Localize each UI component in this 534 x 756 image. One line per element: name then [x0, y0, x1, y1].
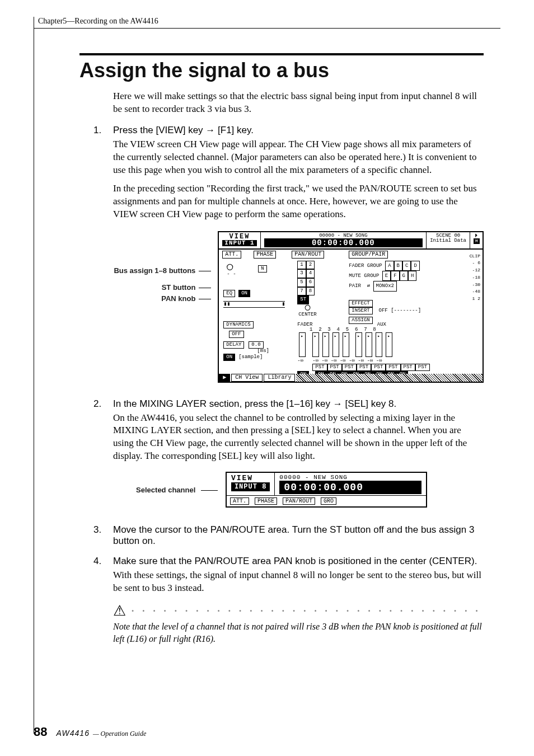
lcd2-view: VIEW	[231, 474, 270, 482]
step-title-a: In the MIXING LAYER section, press the […	[113, 398, 333, 409]
mtc-icon: ⏵	[474, 233, 479, 238]
figure-ch-view: Bus assign 1–8 buttons ST button PAN kno…	[79, 231, 484, 383]
lcd2-phase: PHASE	[255, 497, 277, 505]
callout-selected-channel: Selected channel	[136, 486, 195, 494]
att-box: ATT.	[222, 251, 241, 259]
lcd2-song: 00000 - NEW SONG	[279, 474, 421, 481]
delay-on: ON	[223, 354, 235, 361]
lcd2-gro: GRO	[321, 497, 336, 505]
step-para: In the preceding section "Recording the …	[113, 182, 484, 221]
step-title-b: [F1] key.	[218, 125, 254, 135]
step-para: On the AW4416, you select the channel to…	[113, 412, 484, 463]
arrow-icon: →	[205, 125, 218, 135]
step-number: 2.	[93, 398, 113, 410]
step-3: 3. Move the cursor to the PAN/ROUTE area…	[93, 524, 484, 547]
eq-on: ON	[238, 290, 250, 297]
callout-st-button: ST button	[79, 283, 211, 293]
att-knob-icon: ◯	[227, 261, 233, 273]
chapter-label: Chapter5—Recording on the AW4416	[38, 17, 500, 27]
panrout-box: PAN/ROUT	[292, 251, 324, 259]
effect-box: EFFECT	[349, 300, 372, 307]
delay-val: 0.0	[249, 341, 263, 349]
model-label: AW4416	[56, 729, 89, 738]
left-rule	[34, 17, 34, 734]
step-2: 2. In the MIXING LAYER section, press th…	[93, 398, 484, 463]
lcd2-input: INPUT 8	[231, 482, 270, 491]
note-text: Note that the level of a channel that is…	[113, 621, 484, 645]
fader-group-label: FADER GROUP	[349, 263, 382, 269]
dyn-off: OFF	[229, 331, 243, 338]
page-footer: 88 AW4416 — Operation Guide	[34, 725, 146, 739]
step-title-a: Press the [VIEW] key	[113, 125, 205, 135]
page-number: 88	[34, 725, 47, 739]
play-icon: ▶	[219, 374, 230, 382]
callout-pan-knob: PAN knob	[79, 294, 211, 304]
tab-ch-view: CH View	[231, 374, 263, 382]
insert-box: INSERT	[349, 307, 372, 314]
step-number: 3.	[93, 524, 113, 536]
tab-library: Library	[264, 374, 295, 382]
eq-box: EQ	[223, 290, 235, 297]
step-number: 1.	[93, 125, 113, 136]
warning-note: ⚠ • • • • • • • • • • • • • • • • • • • …	[113, 604, 484, 645]
m-icon: M	[474, 238, 480, 244]
lcd2-att: ATT.	[230, 497, 249, 505]
delay-ms: [ms]	[257, 349, 269, 354]
meter-scale: CLIP - 6 -12 -18 -30 -48 1 2	[470, 253, 480, 303]
intro-paragraph: Here we will make settings so that the e…	[113, 90, 484, 116]
step-1: 1. Press the [VIEW] key → [F1] key. The …	[93, 125, 484, 221]
step-title: Move the cursor to the PAN/ROUTE area. T…	[113, 524, 484, 547]
dot-leader: • • • • • • • • • • • • • • • • • • • • …	[132, 607, 484, 616]
title-rule	[79, 53, 484, 55]
fader-icon	[299, 332, 306, 357]
pan-knob-icon: ◯	[305, 303, 311, 313]
header-rule	[34, 28, 500, 29]
lcd-view-label: VIEW	[222, 233, 256, 240]
lcd-input-label: INPUT 1	[222, 240, 256, 246]
pair-label: PAIR	[349, 283, 361, 289]
arrow-icon: →	[333, 398, 345, 409]
step-para: With these settings, the signal of input…	[113, 569, 484, 595]
figure-selected-channel: Selected channel VIEW INPUT 8 00000 - NE…	[79, 472, 484, 508]
warning-icon: ⚠	[113, 604, 126, 618]
mono-box: MONOx2	[373, 281, 397, 291]
callout-bus-assign: Bus assign 1–8 buttons	[79, 266, 211, 276]
dynamics-box: DYNAMICS	[223, 321, 253, 328]
step-4: 4. Make sure that the PAN/ROUTE area PAN…	[93, 556, 484, 595]
off-label: OFF	[379, 308, 388, 313]
step-number: 4.	[93, 556, 113, 567]
grouppair-box: GROUP/PAIR	[349, 251, 388, 259]
lcd-screen-full: VIEW INPUT 1 00000 - NEW SONG 00:00:00.0…	[218, 231, 484, 383]
delay-box: DELAY	[223, 341, 244, 349]
fader-label: FADER	[297, 322, 312, 327]
center-label: CENTER	[298, 312, 316, 317]
mute-group-label: MUTE GROUP	[349, 273, 379, 279]
lcd-screen-crop: VIEW INPUT 8 00000 - NEW SONG 00:00:00.0…	[226, 472, 427, 508]
delay-sample: [sample]	[238, 354, 263, 360]
step-para: The VIEW screen CH View page will appear…	[113, 138, 484, 177]
phase-n-box: N	[258, 265, 266, 273]
phase-box: PHASE	[254, 251, 276, 259]
step-title-b: [SEL] key 8.	[345, 398, 397, 409]
lcd-timecode: 00:00:00.000	[264, 238, 423, 247]
step-title: Make sure that the PAN/ROUTE area PAN kn…	[113, 556, 477, 567]
lcd2-time: 00:00:00.000	[279, 481, 421, 494]
lcd-initial: Initial Data	[430, 238, 466, 243]
lcd-song: 00000 - NEW SONG	[264, 233, 423, 238]
aux-label: AUX	[377, 322, 386, 327]
lcd2-panrout: PAN/ROUT	[283, 497, 315, 505]
page-title: Assign the signal to a bus	[79, 59, 484, 82]
guide-label: — Operation Guide	[93, 730, 146, 738]
